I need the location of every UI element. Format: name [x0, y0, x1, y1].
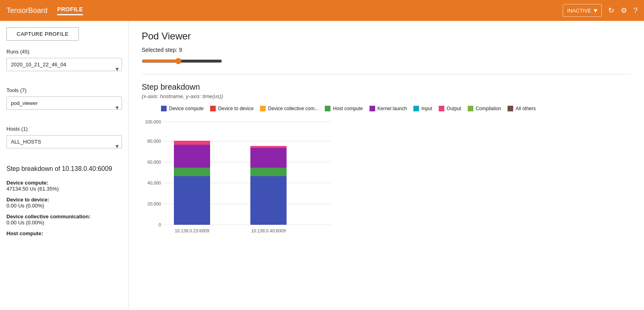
capture-profile-button[interactable]: CAPTURE PROFILE	[6, 27, 79, 41]
slider-container	[142, 58, 631, 64]
sidebar: CAPTURE PROFILE Runs (45) 2020_10_21_22_…	[0, 21, 129, 310]
breakdown-title: Step breakdown	[142, 82, 631, 92]
legend-label-host-compute: Host compute	[333, 106, 363, 111]
legend-swatch-compilation	[468, 106, 473, 111]
stat-host-compute: Host compute:	[6, 230, 122, 236]
stat-device-collective: Device collective communication: 0.00 Us…	[6, 214, 122, 226]
bar2-output	[250, 146, 287, 148]
bar1-device-compute	[174, 176, 210, 225]
legend-item-device-compute: Device compute	[161, 106, 204, 111]
main-content: Pod Viewer Selected step: 9 Step breakdo…	[129, 21, 644, 310]
legend-label-device-compute: Device compute	[169, 106, 204, 111]
legend-label-device-to-device: Device to device	[218, 106, 254, 111]
legend-label-output: Output	[447, 106, 461, 111]
header-left: TensorBoard PROFILE	[6, 6, 83, 15]
status-chevron-icon: ▾	[594, 6, 597, 15]
runs-select-wrapper: 2020_10_21_22_46_04 ▾	[6, 58, 122, 79]
legend-swatch-device-compute	[161, 106, 167, 111]
legend-item-host-compute: Host compute	[325, 106, 363, 111]
stat-device-collective-label: Device collective communication:	[6, 214, 91, 220]
legend-swatch-host-compute	[325, 106, 330, 111]
legend-label-device-collective: Device collective com...	[268, 106, 318, 111]
bar1-output	[174, 141, 210, 145]
legend-label-input: Input	[421, 106, 432, 111]
stat-device-compute-value: 47134.50 Us (61.35%)	[6, 186, 59, 192]
step-breakdown-chart: 100,000 80,000 60,000 40,000 20,000 0	[142, 118, 631, 246]
header-right: INACTIVE ▾ ↻ ⚙ ?	[563, 4, 638, 17]
legend-item-device-to-device: Device to device	[210, 106, 254, 111]
stat-device-collective-value: 0.00 Us (0.00%)	[6, 220, 44, 226]
stat-section: Step breakdown of 10.138.0.40:6009 Devic…	[6, 164, 122, 236]
status-text: INACTIVE	[567, 8, 591, 14]
status-dropdown[interactable]: INACTIVE ▾	[563, 4, 602, 17]
bar1-kernel-launch	[174, 145, 210, 168]
step-label: Selected step: 9	[142, 47, 631, 53]
tensorboard-logo: TensorBoard	[6, 6, 47, 15]
tools-select[interactable]: pod_viewer	[6, 96, 122, 110]
chart-legend: Device compute Device to device Device c…	[161, 106, 631, 111]
section-divider	[142, 74, 631, 74]
hosts-select[interactable]: ALL_HOSTS	[6, 135, 122, 148]
bar2-kernel-launch	[250, 148, 287, 168]
tools-select-wrapper: pod_viewer ▾	[6, 96, 122, 118]
legend-item-kernel-launch: Kernel launch	[369, 106, 407, 111]
legend-swatch-all-others	[508, 106, 513, 111]
legend-item-device-collective: Device collective com...	[260, 106, 318, 111]
settings-icon[interactable]: ⚙	[621, 6, 627, 15]
chart-svg: 100,000 80,000 60,000 40,000 20,000 0	[142, 118, 343, 246]
y-label-80k: 80,000	[147, 139, 161, 144]
help-icon[interactable]: ?	[634, 6, 638, 15]
tools-label: Tools (7)	[6, 87, 122, 93]
stat-device-compute: Device compute: 47134.50 Us (61.35%)	[6, 180, 122, 192]
y-label-20k: 20,000	[147, 201, 161, 206]
bar2-device-compute	[250, 176, 287, 225]
header: TensorBoard PROFILE INACTIVE ▾ ↻ ⚙ ?	[0, 0, 644, 21]
runs-label: Runs (45)	[6, 49, 122, 55]
legend-item-compilation: Compilation	[468, 106, 501, 111]
legend-swatch-kernel-launch	[369, 106, 375, 111]
layout: CAPTURE PROFILE Runs (45) 2020_10_21_22_…	[0, 21, 644, 310]
y-label-60k: 60,000	[147, 160, 161, 164]
bar2-host-compute	[250, 168, 287, 176]
runs-select[interactable]: 2020_10_21_22_46_04	[6, 58, 122, 71]
legend-item-all-others: All others	[508, 106, 536, 111]
breakdown-subtitle: (x-axis: hostname, y-axis: time(us))	[142, 93, 631, 99]
y-label-0: 0	[159, 222, 161, 227]
legend-label-compilation: Compilation	[476, 106, 501, 111]
legend-swatch-device-to-device	[210, 106, 216, 111]
step-slider[interactable]	[142, 58, 222, 64]
hosts-select-wrapper: ALL_HOSTS ▾	[6, 135, 122, 156]
stat-host-compute-label: Host compute:	[6, 230, 43, 236]
stat-device-to-device: Device to device: 0.00 Us (0.00%)	[6, 197, 122, 209]
y-label-40k: 40,000	[147, 181, 161, 185]
legend-label-all-others: All others	[516, 106, 536, 111]
refresh-icon[interactable]: ↻	[608, 6, 614, 15]
stat-device-compute-label: Device compute:	[6, 180, 48, 186]
page-title: Pod Viewer	[142, 31, 631, 42]
stat-device-to-device-value: 0.00 Us (0.00%)	[6, 203, 44, 209]
stat-device-to-device-label: Device to device:	[6, 197, 49, 203]
stat-title: Step breakdown of 10.138.0.40:6009	[6, 164, 122, 173]
legend-swatch-device-collective	[260, 106, 266, 111]
legend-label-kernel-launch: Kernel launch	[378, 106, 407, 111]
x-label-bar2: 10.138.0.40:6009	[251, 228, 286, 233]
legend-swatch-input	[413, 106, 419, 111]
legend-item-input: Input	[413, 106, 432, 111]
hosts-label: Hosts (1)	[6, 126, 122, 132]
legend-item-output: Output	[439, 106, 461, 111]
x-label-bar1: 10.138.0.23:6009	[175, 228, 209, 233]
legend-swatch-output	[439, 106, 444, 111]
bar1-host-compute	[174, 168, 210, 176]
profile-nav[interactable]: PROFILE	[57, 6, 83, 15]
y-label-100k: 100,000	[145, 119, 161, 124]
